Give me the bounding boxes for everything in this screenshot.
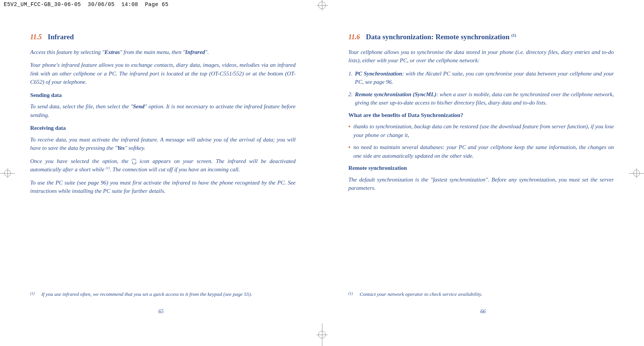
subhead-remote: Remote synchronization [348, 164, 614, 172]
page-right: 11.6 Data synchronization: Remote synchr… [322, 26, 644, 321]
subhead-receiving: Receiving data [30, 124, 296, 132]
para-intro: Your cellphone allows you to synchronise… [348, 48, 614, 65]
header-pageref: Page 65 [145, 2, 168, 8]
page-number-right: 66 [322, 308, 644, 315]
kw-syncml: Remote synchronization (SyncML) [355, 91, 436, 97]
section-number: 11.6 [348, 32, 360, 42]
list-item-pc-sync: 1. PC Synchronization: with the Alcatel … [348, 69, 614, 86]
para-receiving: To receive data, you must activate the i… [30, 135, 296, 152]
section-title: Data synchronization: Remote synchroniza… [366, 32, 516, 43]
para-default-sync: The default synchronization is the "fast… [348, 175, 614, 192]
para-sending: To send data, select the file, then sele… [30, 102, 296, 119]
para-description: Your phone's infrared feature allows you… [30, 61, 296, 86]
section-number: 11.5 [30, 32, 42, 42]
crop-mark-bottom [311, 323, 333, 346]
header-time: 14:08 [121, 2, 138, 8]
header-file: E5V2_UM_FCC-GB_30-06-05 [4, 2, 81, 8]
header-date: 30/06/05 [88, 2, 115, 8]
kw-extras: Extras [104, 49, 120, 55]
bullet-databases: no need to maintain several databases: y… [348, 143, 614, 160]
bullet-list: thanks to synchronization, backup data c… [348, 122, 614, 160]
para-pcsuite: To use the PC suite (see page 96) you mu… [30, 178, 296, 195]
kw-yes: Yes [117, 145, 125, 151]
para-icon: Once you have selected the option, the i… [30, 157, 296, 174]
page-number-left: 65 [0, 308, 322, 315]
para-access: Access this feature by selecting "Extras… [30, 48, 296, 57]
footnote-mark: (1) [348, 291, 353, 298]
footnote-right: (1) Contact your network operator to che… [348, 291, 614, 298]
footnote-ref: (1) [106, 166, 110, 170]
section-heading-11-5: 11.5 Infrared [30, 32, 296, 43]
kw-infrared: Infrared [185, 49, 205, 55]
print-header: E5V2_UM_FCC-GB_30-06-05 30/06/05 14:08 P… [0, 0, 172, 9]
page-spread: 11.5 Infrared Access this feature by sel… [0, 26, 644, 321]
footnote-left: (1) If you use infrared often, we recomm… [30, 291, 296, 298]
crop-mark-top [311, 0, 333, 11]
numbered-list: 1. PC Synchronization: with the Alcatel … [348, 69, 614, 107]
kw-send: Send [133, 103, 144, 109]
subhead-sending: Sending data [30, 91, 296, 100]
kw-pc-sync: PC Synchronization [355, 71, 402, 77]
subhead-benefits: What are the benefits of Data Synchroniz… [348, 111, 614, 120]
bullet-backup: thanks to synchronization, backup data c… [348, 122, 614, 139]
list-item-remote-sync: 2. Remote synchronization (SyncML): when… [348, 90, 614, 107]
page-left: 11.5 Infrared Access this feature by sel… [0, 26, 322, 321]
footnote-mark: (1) [30, 291, 35, 298]
footnote-text: Contact your network operator to check s… [360, 291, 614, 298]
infrared-icon [132, 159, 136, 164]
footnote-text: If you use infrared often, we recommend … [41, 291, 296, 298]
section-footnote-ref: (1) [511, 33, 516, 37]
section-title: Infrared [48, 32, 74, 43]
section-heading-11-6: 11.6 Data synchronization: Remote synchr… [348, 32, 614, 43]
